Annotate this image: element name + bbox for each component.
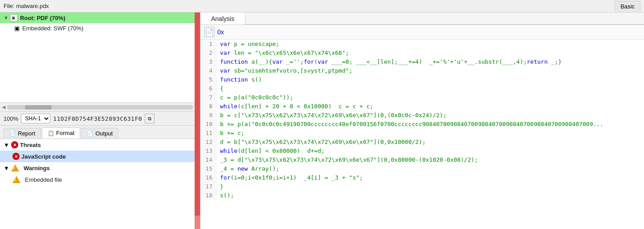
threats-error-icon: ✕	[11, 141, 18, 148]
code-area[interactable]: 1var p = unescape;2var len = "\x6c\x65\x…	[200, 40, 644, 229]
line-number: 9	[200, 111, 216, 120]
basic-button[interactable]: Basic	[615, 1, 640, 12]
warning-embedded-item[interactable]: Embedded file	[0, 174, 200, 185]
analysis-toolbar: 📄 0x	[200, 25, 644, 40]
line-number: 3	[200, 57, 216, 66]
tree-child-label: Embedded: SWF (70%)	[22, 25, 83, 32]
swf-icon: ▣	[14, 25, 20, 32]
format-icon: 📋	[48, 130, 54, 136]
line-code: while(c[len] + 20 + 8 < 0x10000) c = c +…	[216, 102, 373, 111]
report-icon: 📄	[9, 130, 16, 136]
table-row: 7c = p(a("0c0c0c0c"));	[200, 93, 644, 102]
tree-child-item[interactable]: ▣ Embedded: SWF (70%)	[0, 23, 200, 33]
threats-area: ▼ ✕ Threats ✕ JavaScript code ▼ Warnings…	[0, 139, 200, 229]
line-code: function a(__){var _='';for(var ___=0; _…	[216, 57, 562, 66]
table-row: 3function a(__){var _='';for(var ___=0; …	[200, 57, 644, 66]
main-layout: ▼ ▣ Root: PDF (70%) ▣ Embedded: SWF (70%…	[0, 12, 644, 229]
tab-format[interactable]: 📋 Format	[42, 127, 80, 139]
line-number: 17	[200, 182, 216, 191]
threats-group[interactable]: ▼ ✕ Threats	[0, 139, 200, 151]
line-code: }	[216, 182, 224, 191]
table-row: 9b = c["\x73\x75\x62\x73\x74\x72\x69\x6e…	[200, 111, 644, 120]
line-number: 8	[200, 102, 216, 111]
tree-root-label: Root: PDF (70%)	[20, 15, 65, 21]
copy-hash-button[interactable]: ⧉	[145, 114, 155, 123]
line-code: _4 = new Array();	[216, 164, 279, 173]
analysis-bar: Analysis	[200, 12, 644, 25]
line-number: 13	[200, 147, 216, 155]
scrollbar-track[interactable]	[7, 105, 193, 110]
table-row: 16for(i=0;i<0x1f0;i=i+1) _4[i] = _3 + "s…	[200, 173, 644, 182]
tab-output-label: Output	[95, 130, 113, 137]
line-number: 10	[200, 120, 216, 129]
tree-scrollbar[interactable]: ◀ ▶	[0, 102, 200, 111]
line-number: 4	[200, 66, 216, 75]
table-row: 8while(c[len] + 20 + 8 < 0x10000) c = c …	[200, 102, 644, 111]
tab-bar: 📄 Report 📋 Format 📄 Output	[0, 125, 200, 139]
line-code: var p = unescape;	[216, 40, 279, 49]
tab-output[interactable]: 📄 Output	[81, 128, 118, 139]
hash-algorithm-select[interactable]: SHA-1	[21, 114, 50, 123]
line-number: 16	[200, 173, 216, 182]
analysis-tab-inactive[interactable]	[245, 12, 644, 25]
table-row: 4var sb="uismhtsmfvotro,[svystr,ptpmd";	[200, 66, 644, 75]
analysis-tab-active[interactable]: Analysis	[200, 12, 245, 25]
scroll-left-arrow[interactable]: ◀	[2, 104, 5, 110]
line-number: 12	[200, 138, 216, 147]
line-number: 5	[200, 75, 216, 84]
top-bar: File: malware.pdx Basic	[0, 0, 644, 12]
left-panel: ▼ ▣ Root: PDF (70%) ▣ Embedded: SWF (70%…	[0, 12, 200, 229]
line-number: 14	[200, 155, 216, 164]
threat-javascript-item[interactable]: ✕ JavaScript code	[0, 151, 200, 162]
file-title: File: malware.pdx	[4, 3, 49, 9]
threat-item-label: JavaScript code	[21, 153, 66, 160]
table-row: 11b += c;	[200, 129, 644, 138]
threat-item-error-icon: ✕	[12, 153, 20, 160]
toolbar-hex-label: 0x	[217, 29, 224, 36]
scroll-right-arrow[interactable]: ▶	[195, 104, 198, 110]
tab-report[interactable]: 📄 Report	[4, 128, 41, 139]
table-row: 15_4 = new Array();	[200, 164, 644, 173]
tab-format-label: Format	[56, 130, 74, 136]
line-code: c = p(a("0c0c0c0c"));	[216, 93, 293, 102]
line-code: b = c["\x73\x75\x62\x73\x74\x72\x69\x6e\…	[216, 111, 447, 120]
output-icon: 📄	[87, 130, 94, 136]
table-row: 14_3 = d["\x73\x75\x62\x73\x74\x72\x69\x…	[200, 155, 644, 164]
toolbar-doc-icon: 📄	[205, 28, 214, 37]
line-number: 6	[200, 84, 216, 93]
line-code: for(i=0;i<0x1f0;i=i+1) _4[i] = _3 + "s";	[216, 173, 363, 182]
line-code: function s()	[216, 75, 262, 84]
tree-area: ▼ ▣ Root: PDF (70%) ▣ Embedded: SWF (70%…	[0, 12, 200, 102]
warnings-warning-icon	[11, 164, 19, 172]
line-code: _3 = d["\x73\x75\x62\x73\x74\x72\x69\x6e…	[216, 155, 478, 164]
line-code: b += p(a("0c0c0c0c49190700cccccccc48ef07…	[216, 120, 603, 129]
tab-report-label: Report	[18, 130, 35, 137]
threats-group-label: Threats	[20, 142, 41, 148]
line-number: 15	[200, 164, 216, 173]
line-code: b += c;	[216, 129, 245, 138]
toolbar-doc-icon-btn[interactable]: 📄	[204, 27, 215, 37]
right-panel: Analysis 📄 0x 1var p = unescape;2var len…	[200, 12, 644, 229]
line-code: d = b["\x73\x75\x62\x73\x74\x72\x69\x6e\…	[216, 138, 426, 147]
analysis-tab-label: Analysis	[211, 15, 234, 22]
scrollbar-thumb[interactable]	[25, 105, 52, 110]
line-number: 11	[200, 129, 216, 138]
tree-arrow-icon: ▼	[4, 15, 8, 20]
hash-value: 11D2F8D754F3E52893C631F0	[53, 115, 142, 122]
table-row: 10b += p(a("0c0c0c0c49190700cccccccc48ef…	[200, 120, 644, 129]
warning-item-label: Embedded file	[25, 176, 62, 183]
table-row: 1var p = unescape;	[200, 40, 644, 49]
tree-root-item[interactable]: ▼ ▣ Root: PDF (70%)	[0, 12, 200, 23]
line-number: 18	[200, 191, 216, 200]
table-row: 6{	[200, 84, 644, 93]
line-code: var len = "\x6c\x65\x6e\x67\x74\x68";	[216, 49, 349, 57]
line-number: 7	[200, 93, 216, 102]
warnings-group[interactable]: ▼ Warnings	[0, 162, 200, 174]
bottom-controls: 100% SHA-1 11D2F8D754F3E52893C631F0 ⧉	[0, 111, 200, 125]
pdf-icon: ▣	[10, 14, 17, 21]
table-row: 12d = b["\x73\x75\x62\x73\x74\x72\x69\x6…	[200, 138, 644, 147]
table-row: 13while(d[len] < 0x80000) d+=d;	[200, 147, 644, 155]
warnings-arrow-icon: ▼	[4, 165, 9, 172]
warning-item-icon	[12, 176, 20, 183]
threats-arrow-icon: ▼	[4, 142, 9, 148]
